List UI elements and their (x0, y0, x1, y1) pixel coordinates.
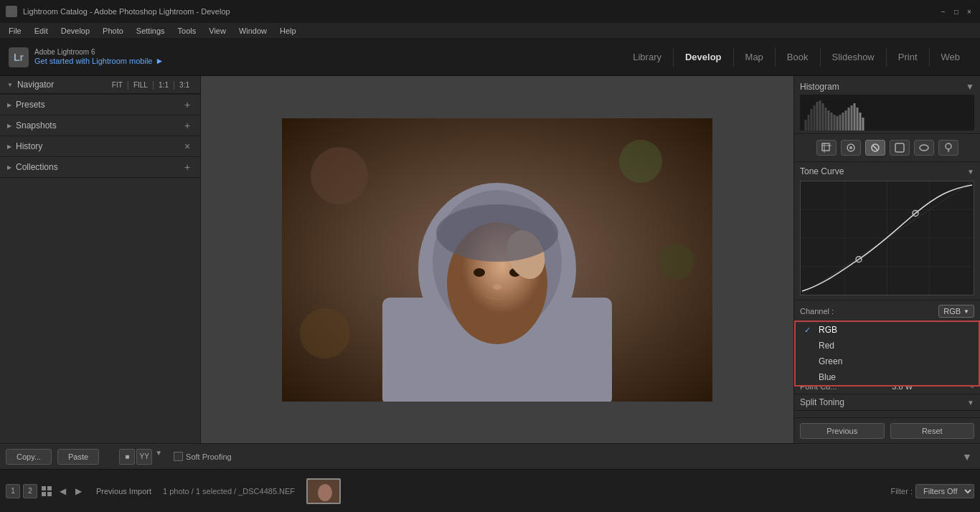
menu-tools[interactable]: Tools (172, 25, 202, 37)
title-bar-controls[interactable]: − □ × (938, 6, 974, 16)
menu-edit[interactable]: Edit (29, 25, 54, 37)
collections-header[interactable]: ▶ Collections + (0, 157, 200, 177)
svg-point-63 (318, 484, 332, 501)
menu-settings[interactable]: Settings (131, 25, 171, 37)
presets-header[interactable]: ▶ Presets + (0, 95, 200, 115)
nav-modules: Library Develop Map Book Slideshow Print… (621, 47, 971, 67)
menu-view[interactable]: View (203, 25, 232, 37)
svg-rect-33 (854, 103, 856, 131)
tone-curve-label: Tone Curve (800, 166, 844, 176)
filter-select[interactable]: Filters Off (915, 484, 974, 498)
filmstrip-grid-icon[interactable] (40, 485, 53, 498)
presets-arrow-icon: ▶ (7, 102, 11, 108)
photo-inner (282, 118, 712, 402)
graduated-tool-button[interactable] (890, 140, 910, 156)
filmstrip-thumbnail[interactable] (306, 478, 341, 504)
photo-svg (282, 118, 712, 402)
channel-label: Channel : (800, 307, 834, 316)
nav-book[interactable]: Book (776, 47, 821, 67)
adjustment-brush-button[interactable] (938, 140, 958, 156)
copy-button[interactable]: Copy... (6, 449, 52, 465)
crop-tool-button[interactable] (816, 140, 837, 156)
nav-web[interactable]: Web (930, 47, 972, 67)
svg-rect-60 (42, 492, 46, 496)
soft-proofing-label: Soft Proofing (186, 452, 232, 461)
channel-option-blue[interactable]: Blue (796, 369, 979, 385)
history-close-button[interactable]: × (182, 141, 193, 152)
svg-rect-59 (47, 486, 52, 490)
left-panel: ▼ Navigator FIT | FILL | 1:1 | 3:1 ▶ Pre… (0, 76, 201, 443)
app-icon (6, 6, 17, 17)
single-view-button[interactable]: ■ (119, 449, 135, 465)
svg-rect-16 (805, 120, 807, 131)
main-area: ▼ Navigator FIT | FILL | 1:1 | 3:1 ▶ Pre… (0, 76, 980, 443)
menu-develop[interactable]: Develop (55, 25, 95, 37)
channel-dropdown-icon: ▼ (963, 308, 969, 315)
histogram-canvas (800, 95, 974, 131)
spot-heal-tool-button[interactable] (841, 140, 861, 156)
tools-row (794, 134, 980, 162)
snapshots-label: Snapshots (16, 120, 182, 131)
close-button[interactable]: × (964, 6, 974, 16)
channel-dropdown-menu: ✓ RGB Red Green Blue (794, 321, 980, 387)
lr-logo: Lr Adobe Lightroom 6 Get started with Li… (9, 47, 164, 67)
right-panel: Histogram ▼ (793, 76, 980, 443)
filmstrip-filter: Filter : Filters Off (890, 484, 974, 498)
nav-map[interactable]: Map (734, 47, 776, 67)
zoom-fill[interactable]: FILL (130, 80, 151, 90)
nav-print[interactable]: Print (887, 47, 930, 67)
compare-view-button[interactable]: YY (136, 449, 152, 465)
paste-button[interactable]: Paste (57, 449, 99, 465)
collections-label: Collections (16, 162, 182, 172)
redeye-tool-button[interactable] (865, 140, 885, 156)
soft-proofing-toggle[interactable]: Soft Proofing (174, 452, 232, 461)
nav-slideshow[interactable]: Slideshow (821, 47, 887, 67)
photo-container (282, 118, 712, 402)
channel-option-green[interactable]: Green (796, 354, 979, 369)
navigator-header[interactable]: ▼ Navigator FIT | FILL | 1:1 | 3:1 (0, 76, 200, 94)
channel-option-red[interactable]: Red (796, 338, 979, 354)
toolbar-options-button[interactable]: ▼ (960, 450, 974, 464)
filmstrip-page-1[interactable]: 1 (6, 484, 20, 498)
menu-photo[interactable]: Photo (97, 25, 129, 37)
nav-develop[interactable]: Develop (674, 47, 734, 67)
svg-point-4 (300, 308, 350, 359)
svg-point-12 (493, 284, 501, 290)
menu-window[interactable]: Window (233, 25, 273, 37)
history-header[interactable]: ▶ History × (0, 136, 200, 156)
presets-add-button[interactable]: + (182, 99, 193, 110)
minimize-button[interactable]: − (938, 6, 948, 16)
histogram-arrow-icon[interactable]: ▼ (966, 82, 974, 92)
histogram-svg (800, 95, 974, 131)
filmstrip-page-2[interactable]: 2 (23, 484, 37, 498)
svg-rect-31 (848, 108, 850, 131)
snapshots-add-button[interactable]: + (182, 120, 193, 131)
channel-option-rgb[interactable]: ✓ RGB (796, 322, 979, 338)
view-dropdown[interactable]: ▼ (155, 449, 162, 465)
svg-rect-30 (845, 110, 847, 131)
collections-add-button[interactable]: + (182, 161, 193, 173)
soft-proofing-checkbox[interactable] (174, 452, 183, 461)
nav-library[interactable]: Library (621, 47, 674, 67)
split-toning-section[interactable]: Split Toning ▼ (794, 394, 980, 411)
filmstrip-prev-icon[interactable]: ◀ (56, 485, 69, 498)
menu-help[interactable]: Help (274, 25, 302, 37)
reset-button[interactable]: Reset (890, 423, 975, 439)
radial-tool-button[interactable] (914, 140, 934, 156)
filmstrip-next-icon[interactable]: ▶ (72, 485, 85, 498)
zoom-fit[interactable]: FIT (108, 80, 126, 90)
tone-curve-collapse-icon[interactable]: ▼ (967, 168, 974, 176)
maximize-button[interactable]: □ (951, 6, 961, 16)
channel-select-button[interactable]: RGB ▼ (938, 305, 974, 318)
snapshots-header[interactable]: ▶ Snapshots + (0, 115, 200, 136)
menu-file[interactable]: File (3, 25, 27, 37)
zoom-3to1[interactable]: 3:1 (176, 80, 193, 90)
tone-curve-canvas[interactable] (800, 181, 974, 295)
svg-rect-21 (819, 100, 821, 131)
lr-subtitle-arrow[interactable]: ► (155, 56, 164, 66)
svg-rect-23 (825, 108, 827, 131)
svg-rect-25 (831, 113, 833, 131)
zoom-1to1[interactable]: 1:1 (155, 80, 172, 90)
previous-button[interactable]: Previous (800, 423, 885, 439)
presets-label: Presets (16, 100, 182, 110)
